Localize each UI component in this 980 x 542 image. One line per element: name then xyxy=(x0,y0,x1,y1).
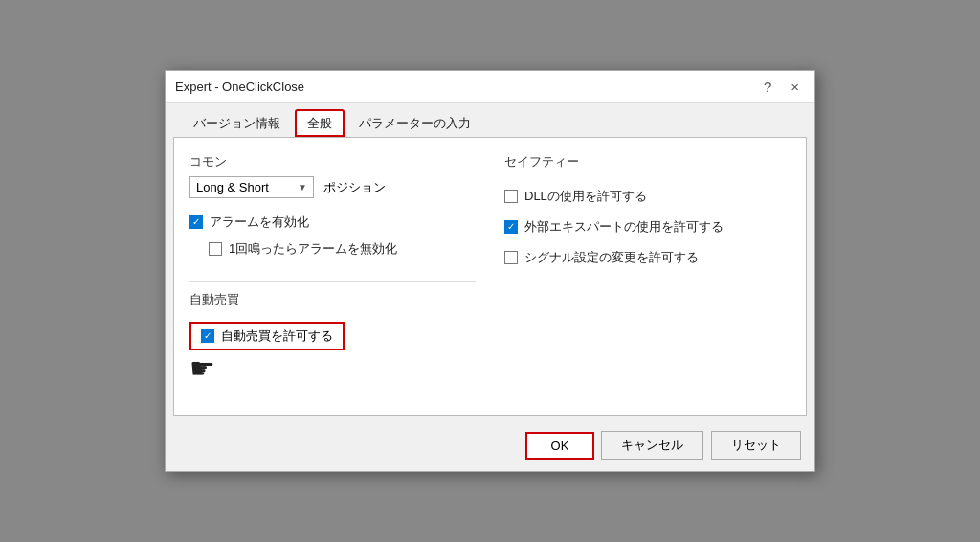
alarm-label: アラームを有効化 xyxy=(210,214,309,231)
dll-checkbox-row: DLLの使用を許可する xyxy=(504,186,791,207)
alarm-section: アラームを有効化 1回鳴ったらアラームを無効化 xyxy=(189,212,476,260)
dropdown-value: Long & Short xyxy=(196,180,269,194)
auto-trade-checkbox-container: 自動売買を許可する xyxy=(189,322,345,350)
close-button[interactable]: × xyxy=(785,78,805,96)
dialog-window: Expert - OneClickClose ? × バージョン情報 全般 パラ… xyxy=(165,70,815,472)
signal-label: シグナル設定の変更を許可する xyxy=(524,249,699,266)
title-bar-controls: ? × xyxy=(758,78,805,96)
window-title: Expert - OneClickClose xyxy=(175,79,304,94)
alarm-once-checkbox-row: 1回鳴ったらアラームを無効化 xyxy=(209,238,476,260)
reset-button[interactable]: リセット xyxy=(711,431,801,460)
dll-checkbox[interactable] xyxy=(504,190,518,203)
cancel-button[interactable]: キャンセル xyxy=(601,431,703,460)
external-expert-checkbox-row: 外部エキスパートの使用を許可する xyxy=(504,216,791,237)
position-dropdown[interactable]: Long & Short ▼ xyxy=(189,176,314,198)
left-panel: コモン Long & Short ▼ ポジション アラームを有効化 1 xyxy=(189,153,476,399)
alarm-checkbox-row: アラームを有効化 xyxy=(189,212,476,233)
dropdown-suffix-label: ポジション xyxy=(323,179,386,196)
right-panel: セイフティー DLLの使用を許可する 外部エキスパートの使用を許可する シグナル… xyxy=(504,153,791,399)
tab-general[interactable]: 全般 xyxy=(295,109,345,137)
external-expert-checkbox[interactable] xyxy=(504,220,518,234)
common-section: コモン Long & Short ▼ ポジション xyxy=(189,153,476,198)
tab-params[interactable]: パラメーターの入力 xyxy=(346,109,483,137)
alarm-checkbox[interactable] xyxy=(189,215,203,229)
footer: OK キャンセル リセット xyxy=(166,423,814,471)
external-expert-label: 外部エキスパートの使用を許可する xyxy=(524,218,724,236)
signal-checkbox-row: シグナル設定の変更を許可する xyxy=(504,247,791,268)
dropdown-row: Long & Short ▼ ポジション xyxy=(189,176,476,198)
dropdown-arrow-icon: ▼ xyxy=(298,182,307,192)
signal-checkbox[interactable] xyxy=(504,251,518,264)
auto-trade-section: 自動売買 自動売買を許可する ☛ xyxy=(189,281,476,383)
cursor-hand-indicator: ☛ xyxy=(189,354,476,383)
title-bar: Expert - OneClickClose ? × xyxy=(166,71,814,103)
safety-section-label: セイフティー xyxy=(504,153,791,170)
alarm-once-label: 1回鳴ったらアラームを無効化 xyxy=(229,240,397,258)
auto-trade-label: 自動売買を許可する xyxy=(221,327,333,345)
dll-label: DLLの使用を許可する xyxy=(524,188,647,205)
auto-trade-checkbox[interactable] xyxy=(201,329,214,343)
alarm-once-checkbox[interactable] xyxy=(209,242,222,256)
tab-bar: バージョン情報 全般 パラメーターの入力 xyxy=(166,103,814,137)
auto-trade-section-label: 自動売買 xyxy=(189,291,476,308)
content-area: コモン Long & Short ▼ ポジション アラームを有効化 1 xyxy=(173,137,807,416)
safety-section: DLLの使用を許可する 外部エキスパートの使用を許可する シグナル設定の変更を許… xyxy=(504,186,791,268)
tab-version[interactable]: バージョン情報 xyxy=(181,109,293,137)
ok-button[interactable]: OK xyxy=(526,433,593,459)
help-button[interactable]: ? xyxy=(758,78,777,96)
common-section-label: コモン xyxy=(189,153,476,170)
title-bar-left: Expert - OneClickClose xyxy=(175,79,304,94)
